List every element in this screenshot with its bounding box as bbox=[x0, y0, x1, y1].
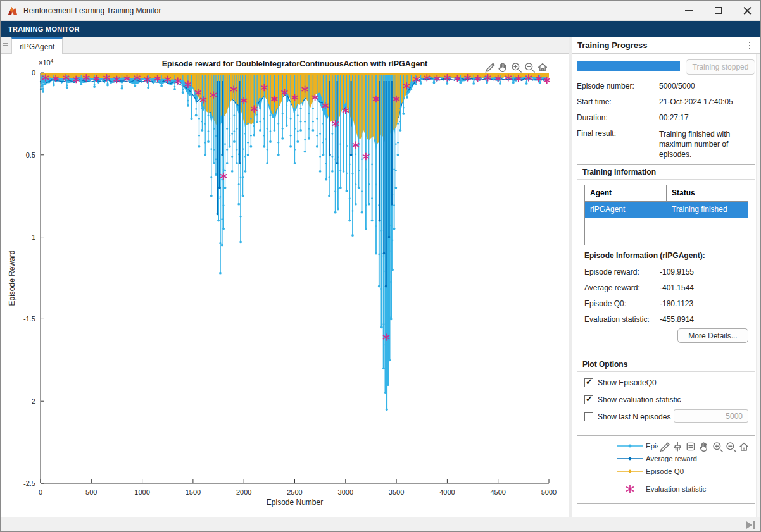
checkbox-icon[interactable] bbox=[584, 412, 593, 421]
svg-text:2000: 2000 bbox=[236, 488, 251, 496]
checkbox-icon[interactable] bbox=[584, 395, 593, 404]
training-information-section: Training Information Agent Status rlPGAg… bbox=[577, 164, 755, 349]
stat-value: -180.1123 bbox=[660, 299, 693, 308]
plot-series bbox=[40, 73, 550, 411]
training-chart[interactable]: Episode reward for DoubleIntegratorConti… bbox=[1, 54, 569, 517]
checkbox-icon[interactable] bbox=[584, 378, 593, 387]
legend-item-episode-q0[interactable]: Episode Q0 bbox=[577, 465, 755, 478]
field-value: 5000/5000 bbox=[659, 82, 695, 90]
window-controls bbox=[674, 1, 761, 21]
minimize-button[interactable] bbox=[674, 1, 703, 21]
pan-icon[interactable] bbox=[497, 61, 508, 73]
svg-text:-2.5: -2.5 bbox=[23, 479, 35, 487]
svg-text:4000: 4000 bbox=[439, 488, 455, 496]
more-details-button[interactable]: More Details... bbox=[677, 328, 748, 343]
tab-rlpgagent[interactable]: rlPGAgent bbox=[11, 37, 63, 54]
checkbox-label: Show evaluation statistic bbox=[598, 395, 681, 404]
home-icon[interactable] bbox=[738, 441, 750, 452]
evaluation-statistic-marker bbox=[353, 142, 359, 148]
legend-marker bbox=[617, 484, 643, 494]
next-panel-icon[interactable] bbox=[746, 521, 757, 529]
svg-text:3000: 3000 bbox=[338, 488, 353, 496]
cell-status: Training finished bbox=[666, 202, 748, 218]
field-label: Final result: bbox=[577, 129, 616, 138]
svg-text:4500: 4500 bbox=[490, 488, 505, 496]
stat-label: Average reward: bbox=[584, 283, 640, 292]
stat-value: -109.9155 bbox=[660, 268, 694, 276]
section-title: Plot Options bbox=[577, 357, 755, 372]
export-icon[interactable] bbox=[484, 61, 495, 73]
zoom-in-icon[interactable] bbox=[510, 61, 522, 73]
field-value: 21-Oct-2024 17:40:05 bbox=[659, 97, 733, 106]
titlebar: Reinforcement Learning Training Monitor bbox=[1, 1, 761, 21]
stat-label: Episode Q0: bbox=[584, 299, 626, 308]
legend-item-evaluation-statistic[interactable]: Evaluation statistic bbox=[577, 483, 755, 495]
zoom-in-icon[interactable] bbox=[712, 441, 723, 452]
panel-drag-handle[interactable] bbox=[1, 37, 11, 53]
section-title: Training Information bbox=[577, 165, 755, 180]
window-title: Reinforcement Learning Training Monitor bbox=[23, 6, 161, 15]
cell-agent: rlPGAgent bbox=[585, 202, 666, 218]
legend-marker bbox=[617, 454, 643, 464]
episode-info-title: Episode Information (rlPGAgent): bbox=[584, 251, 705, 260]
y-axis-label: Episode Reward bbox=[8, 250, 16, 306]
app-window: Reinforcement Learning Training Monitor … bbox=[0, 0, 761, 532]
export-icon[interactable] bbox=[658, 441, 670, 452]
tab-label: rlPGAgent bbox=[20, 42, 54, 51]
field-label: Duration: bbox=[577, 113, 608, 122]
pan-icon[interactable] bbox=[698, 441, 710, 452]
last-n-episodes-input[interactable] bbox=[674, 409, 748, 423]
x-axis-label: Episode Number bbox=[267, 498, 323, 507]
checkbox-label: Show EpisodeQ0 bbox=[598, 378, 657, 387]
minimize-icon bbox=[685, 10, 693, 11]
chart-toolbar bbox=[484, 61, 550, 74]
svg-text:0: 0 bbox=[39, 488, 42, 496]
panel-header: Training Progress bbox=[572, 37, 761, 54]
panel-body: Training stopped Episode number: 5000/50… bbox=[572, 54, 761, 517]
svg-text:5000: 5000 bbox=[541, 488, 557, 496]
toolstrip: TRAINING MONITOR bbox=[1, 21, 761, 37]
legend-hover-toolbar bbox=[658, 438, 756, 454]
field-value: Training finished with maximum number of… bbox=[659, 129, 755, 159]
svg-text:0: 0 bbox=[32, 69, 35, 77]
svg-text:-1.5: -1.5 bbox=[23, 315, 35, 323]
axes: 0500100015002000250030003500400045005000… bbox=[23, 69, 557, 496]
legend-item-average-reward[interactable]: Average reward bbox=[577, 452, 755, 465]
svg-text:1000: 1000 bbox=[134, 488, 149, 496]
svg-text:Episode reward for DoubleInteg: Episode reward for DoubleIntegratorConti… bbox=[162, 59, 428, 68]
y-axis-exponent: ×104 bbox=[39, 58, 54, 66]
maximize-icon bbox=[715, 7, 722, 14]
checkbox-show-last-n-episodes[interactable]: Show last N episodes bbox=[584, 412, 670, 421]
document-tabbar: rlPGAgent bbox=[1, 37, 569, 54]
stat-value: -401.1544 bbox=[660, 283, 694, 292]
datatip-icon[interactable] bbox=[685, 441, 696, 452]
panel-title: Training Progress bbox=[572, 40, 648, 50]
stat-label: Episode reward: bbox=[584, 268, 639, 276]
field-value: 00:27:17 bbox=[659, 113, 689, 122]
maximize-button[interactable] bbox=[703, 1, 733, 21]
svg-text:3500: 3500 bbox=[389, 488, 404, 496]
field-label: Episode number: bbox=[577, 82, 634, 90]
field-label: Start time: bbox=[577, 97, 612, 106]
zoom-out-icon[interactable] bbox=[725, 441, 736, 452]
toolstrip-tab-training-monitor[interactable]: TRAINING MONITOR bbox=[1, 25, 87, 33]
checkbox-show-evaluation-statistic[interactable]: Show evaluation statistic bbox=[584, 395, 681, 404]
close-button[interactable] bbox=[733, 1, 761, 21]
legend-label: Average reward bbox=[646, 455, 697, 462]
brush-icon[interactable] bbox=[672, 441, 683, 452]
matlab-logo-icon bbox=[7, 5, 18, 16]
zoom-out-icon[interactable] bbox=[524, 61, 535, 73]
stat-label: Evaluation statistic: bbox=[584, 315, 650, 324]
panel-menu-icon[interactable] bbox=[744, 39, 755, 52]
checkbox-show-episodeq0[interactable]: Show EpisodeQ0 bbox=[584, 378, 657, 387]
table-row[interactable]: rlPGAgent Training finished bbox=[585, 202, 748, 218]
agent-status-table: Agent Status rlPGAgent Training finished bbox=[584, 185, 748, 245]
svg-text:1500: 1500 bbox=[186, 488, 201, 496]
evaluation-statistic-marker bbox=[363, 153, 369, 159]
panel-scroll-strip[interactable] bbox=[756, 54, 761, 517]
statusbar bbox=[1, 517, 761, 532]
training-stopped-button[interactable]: Training stopped bbox=[686, 59, 755, 75]
table-header-row: Agent Status bbox=[585, 185, 748, 202]
svg-text:500: 500 bbox=[85, 488, 97, 496]
home-icon[interactable] bbox=[537, 61, 548, 73]
